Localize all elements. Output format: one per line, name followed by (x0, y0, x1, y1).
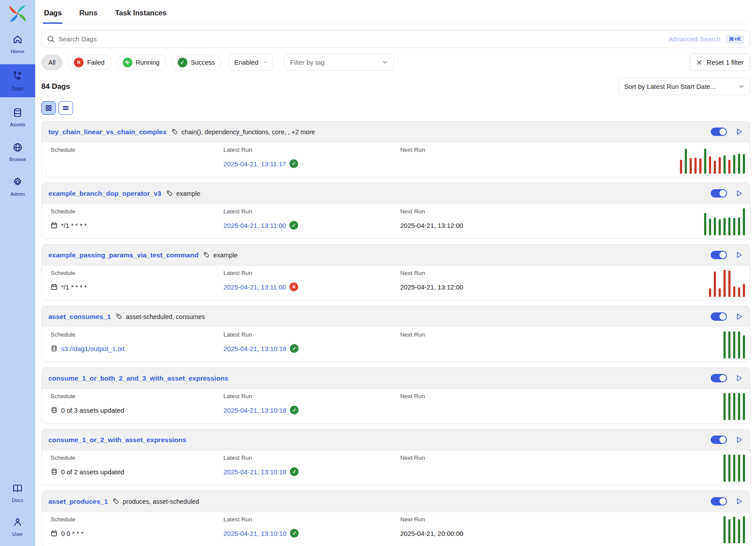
dag-name-link[interactable]: consume_1_or_both_2_and_3_with_asset_exp… (48, 374, 228, 382)
latest-run-link[interactable]: 2025-04-21, 13:10:18 (223, 345, 286, 352)
run-bar[interactable] (733, 155, 735, 174)
run-bar[interactable] (738, 217, 740, 235)
dag-enabled-toggle[interactable] (711, 189, 727, 198)
run-bar[interactable] (728, 271, 730, 297)
run-bar[interactable] (723, 393, 726, 420)
dag-name-link[interactable]: example_branch_dop_operator_v3 (48, 190, 161, 198)
run-bar[interactable] (723, 516, 726, 543)
filter-chip-all[interactable]: All (41, 55, 62, 70)
dag-name-link[interactable]: example_passing_params_via_test_command (48, 251, 198, 259)
run-bar[interactable] (738, 331, 740, 359)
enabled-filter-select[interactable]: Enabled (228, 54, 273, 71)
run-bar[interactable] (719, 219, 721, 235)
airflow-logo[interactable] (0, 0, 35, 29)
sidebar-item-home[interactable]: Home (0, 29, 35, 59)
run-bar[interactable] (738, 393, 740, 420)
latest-run-link[interactable]: 2025-04-21, 13:11:00 (223, 283, 286, 291)
latest-run-link[interactable]: 2025-04-21, 13:11:17 (223, 160, 286, 168)
run-bar[interactable] (738, 519, 740, 543)
trigger-dag-button[interactable] (735, 251, 743, 259)
dag-enabled-toggle[interactable] (711, 374, 727, 382)
run-bar[interactable] (743, 393, 745, 420)
reset-filter-button[interactable]: Reset 1 filter (690, 54, 750, 71)
run-bar[interactable] (743, 208, 745, 235)
dag-enabled-toggle[interactable] (711, 251, 727, 259)
sidebar-item-user[interactable]: User (0, 512, 35, 542)
run-bar[interactable] (709, 156, 711, 174)
run-bar[interactable] (728, 331, 730, 359)
run-bar[interactable] (723, 454, 726, 482)
trigger-dag-button[interactable] (735, 436, 743, 444)
run-bar[interactable] (728, 519, 730, 543)
run-bar[interactable] (694, 158, 697, 174)
dag-name-link[interactable]: asset_produces_1 (48, 498, 108, 506)
run-bar[interactable] (743, 284, 745, 297)
run-bar[interactable] (704, 213, 706, 235)
run-bar[interactable] (738, 287, 740, 297)
run-bar[interactable] (728, 393, 730, 420)
sidebar-item-docs[interactable]: Docs (0, 478, 35, 508)
run-bar[interactable] (719, 288, 721, 297)
run-bar[interactable] (738, 454, 740, 482)
run-bar[interactable] (723, 331, 726, 359)
dag-enabled-toggle[interactable] (711, 128, 727, 136)
run-bar[interactable] (723, 155, 726, 174)
card-view-button[interactable] (41, 101, 56, 115)
sidebar-item-admin[interactable]: Admin (0, 172, 35, 202)
search-input[interactable] (41, 30, 750, 48)
run-bar[interactable] (733, 517, 735, 543)
run-bar[interactable] (723, 218, 726, 235)
dag-name-link[interactable]: asset_consumes_1 (48, 313, 111, 321)
sidebar-item-dags[interactable]: Dags (0, 64, 35, 97)
run-bar[interactable] (733, 454, 735, 482)
run-bar[interactable] (704, 149, 706, 174)
dag-enabled-toggle[interactable] (711, 312, 727, 321)
run-bar[interactable] (714, 217, 716, 235)
run-bar[interactable] (728, 217, 730, 235)
run-bar[interactable] (723, 270, 726, 297)
filter-chip-failed[interactable]: ✕ Failed (67, 55, 111, 70)
schedule-asset-link[interactable]: s3://dag1/output_1.txt (61, 345, 124, 352)
run-bar[interactable] (738, 154, 740, 174)
trigger-dag-button[interactable] (735, 374, 743, 382)
run-bar[interactable] (733, 331, 735, 359)
advanced-search-link[interactable]: Advanced Search (668, 35, 720, 43)
latest-run-link[interactable]: 2025-04-21, 13:10:18 (223, 407, 286, 414)
run-bar[interactable] (733, 393, 735, 420)
dag-name-link[interactable]: toy_chain_linear_vs_chain_complex (48, 128, 167, 136)
run-bar[interactable] (743, 335, 745, 359)
sort-select[interactable]: Sort by Latest Run Start Date... (618, 78, 750, 95)
latest-run-link[interactable]: 2025-04-21, 13:10:10 (223, 530, 286, 537)
latest-run-link[interactable]: 2025-04-21, 13:10:18 (223, 468, 286, 476)
filter-chip-success[interactable]: ✓ Success (171, 55, 222, 70)
trigger-dag-button[interactable] (735, 128, 743, 136)
dag-enabled-toggle[interactable] (711, 436, 727, 444)
run-bar[interactable] (699, 158, 701, 174)
run-bar[interactable] (728, 454, 730, 482)
trigger-dag-button[interactable] (735, 189, 743, 198)
filter-chip-running[interactable]: Running (116, 55, 166, 70)
run-bar[interactable] (743, 454, 745, 482)
sidebar-item-assets[interactable]: Assets (0, 103, 35, 132)
tag-filter-select[interactable]: Filter by tag (284, 54, 394, 71)
run-bar[interactable] (680, 160, 682, 174)
sidebar-item-browse[interactable]: Browse (0, 137, 35, 167)
run-bar[interactable] (714, 271, 716, 297)
tab-task-instances[interactable]: Task Instances (114, 6, 168, 24)
run-bar[interactable] (743, 154, 745, 174)
tab-dags[interactable]: Dags (43, 6, 62, 24)
latest-run-link[interactable]: 2025-04-21, 13:11:00 (223, 222, 286, 229)
run-bar[interactable] (733, 286, 735, 297)
dag-name-link[interactable]: consume_1_or_2_with_asset_expressions (48, 436, 186, 444)
run-bar[interactable] (690, 158, 692, 174)
run-bar[interactable] (728, 160, 730, 174)
table-view-button[interactable] (58, 101, 73, 115)
tab-runs[interactable]: Runs (78, 6, 98, 24)
dag-enabled-toggle[interactable] (711, 497, 727, 506)
run-bar[interactable] (719, 157, 721, 174)
run-bar[interactable] (743, 516, 745, 543)
run-bar[interactable] (733, 218, 735, 235)
run-bar[interactable] (709, 219, 711, 235)
run-bar[interactable] (685, 149, 687, 174)
trigger-dag-button[interactable] (735, 497, 743, 506)
